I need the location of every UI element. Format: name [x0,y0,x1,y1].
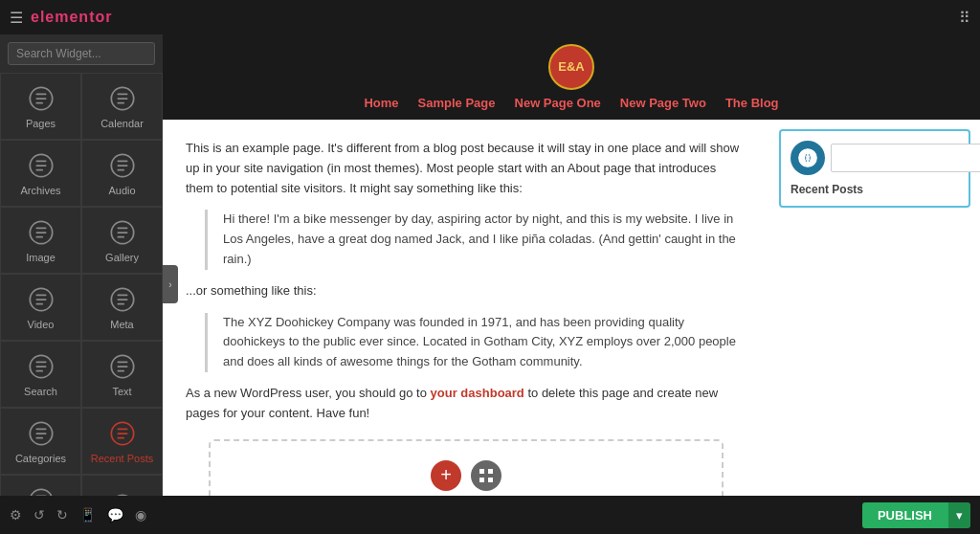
svg-rect-18 [479,478,484,482]
site-header: E&A HomeSample PageNew Page OneNew Page … [163,34,980,120]
wp-icon-search [26,351,56,382]
page-content: This is an example page. It's different … [163,120,980,496]
wp-icon-categories [26,418,56,449]
nav-item-home[interactable]: Home [364,96,398,110]
add-widget-button[interactable]: + [431,460,461,491]
svg-rect-17 [488,469,493,474]
blockquote1: Hi there! I'm a bike messenger by day, a… [205,210,746,269]
widget-item-recent-comments[interactable]: Recent Comments [0,475,81,496]
top-bar: ☰ elementor ⠿ [0,0,980,34]
hamburger-icon[interactable]: ☰ [10,9,23,27]
drop-zone-buttons: + [431,460,501,491]
wp-icon-gallery [107,217,138,248]
wp-icon-recent-posts [107,418,138,449]
widget-label-meta: Meta [110,319,133,330]
wp-icon-image [26,217,56,248]
widget-item-pages[interactable]: Pages [0,73,81,140]
widget-label-image: Image [26,252,56,263]
preview-icon[interactable]: ◉ [135,507,146,523]
paragraph1: This is an example page. It's different … [186,139,746,198]
site-logo: E&A [548,44,594,90]
widget-item-archives[interactable]: Archives [0,140,81,207]
svg-rect-16 [479,469,484,474]
widget-item-text[interactable]: Text [81,341,163,408]
widget-item-recent-posts[interactable]: Recent Posts [81,408,163,475]
main-text-area: This is an example page. It's different … [163,120,769,496]
widget-item-image[interactable]: Image [0,207,81,274]
widget-item-categories[interactable]: Categories [0,408,81,475]
settings-icon[interactable]: ⚙ [10,507,22,523]
widget-label-search: Search [24,386,57,397]
wp-icon-meta [107,284,138,315]
publish-button[interactable]: PUBLISH [862,502,947,528]
sidebar-search-container [0,34,163,73]
undo-icon[interactable]: ↺ [33,507,45,523]
wp-icon-audio [107,150,138,181]
paragraph2-prefix: As a new WordPress user, you should go t… [186,386,431,400]
wp-icon-recent-comments [26,485,56,496]
page-inner: This is an example page. It's different … [163,120,980,496]
elementor-logo: elementor [31,9,112,26]
widgets-grid: Pages Calendar Archives [0,73,163,496]
wp-icon-video [26,284,56,315]
bottom-left-icons: ⚙ ↺ ↻ 📱 💬 ◉ [10,507,146,523]
widget-label-gallery: Gallery [105,252,139,263]
nav-item-new-page-one[interactable]: New Page One [515,96,601,110]
publish-dropdown-button[interactable]: ▾ [947,502,970,528]
widget-item-rss[interactable]: RSS [81,475,163,496]
widget-item-video[interactable]: Video [0,274,81,341]
widget-label-text: Text [112,386,131,397]
svg-point-12 [30,489,52,496]
nav-item-sample-page[interactable]: Sample Page [418,96,496,110]
redo-icon[interactable]: ↻ [56,507,68,523]
widget-sidebar: Pages Calendar Archives [0,34,163,496]
search-widget-box: Search Recent Posts [779,129,970,208]
tablet-icon[interactable]: 💬 [107,507,123,523]
widget-item-gallery[interactable]: Gallery [81,207,163,274]
blockquote2: The XYZ Doohickey Company was founded in… [205,313,746,372]
content-area: E&A HomeSample PageNew Page OneNew Page … [163,34,980,496]
wp-icon-pages [26,83,56,114]
recent-posts-label: Recent Posts [791,183,959,196]
wp-badge-icon [791,141,825,175]
bottom-bar: ⚙ ↺ ↻ 📱 💬 ◉ PUBLISH ▾ [0,496,980,534]
main-area: Pages Calendar Archives [0,34,980,496]
widget-label-recent-posts: Recent Posts [91,453,153,464]
dashboard-link[interactable]: your dashboard [431,386,524,400]
widget-label-video: Video [28,319,55,330]
widget-label-calendar: Calendar [100,118,144,129]
widget-item-audio[interactable]: Audio [81,140,163,207]
search-widget-row: Search [791,141,959,175]
sidebar-collapse-handle[interactable]: › [163,265,178,303]
widget-label-archives: Archives [20,185,60,196]
wp-icon-archives [26,150,56,181]
widget-label-pages: Pages [26,118,56,129]
widget-panel: Search Recent Posts [769,120,980,496]
site-nav: HomeSample PageNew Page OneNew Page TwoT… [364,96,778,110]
widget-item-search[interactable]: Search [0,341,81,408]
search-widget-input[interactable] [8,42,155,65]
nav-item-new-page-two[interactable]: New Page Two [620,96,706,110]
publish-group: PUBLISH ▾ [862,502,970,528]
widget-item-meta[interactable]: Meta [81,274,163,341]
widget-label-audio: Audio [108,185,135,196]
mobile-icon[interactable]: 📱 [79,507,96,523]
drop-zone: + Drag widget here [209,439,724,496]
wp-icon-calendar [107,83,138,114]
widget-label-categories: Categories [15,453,66,464]
nav-item-the-blog[interactable]: The Blog [725,96,779,110]
grid-widget-button[interactable] [471,460,501,491]
search-field[interactable] [831,144,980,172]
svg-rect-19 [488,478,493,482]
paragraph2: As a new WordPress user, you should go t… [186,384,746,424]
or-text: ...or something like this: [186,281,746,301]
grid-icon[interactable]: ⠿ [959,9,970,27]
widget-item-calendar[interactable]: Calendar [81,73,163,140]
wp-icon-text [107,351,138,382]
